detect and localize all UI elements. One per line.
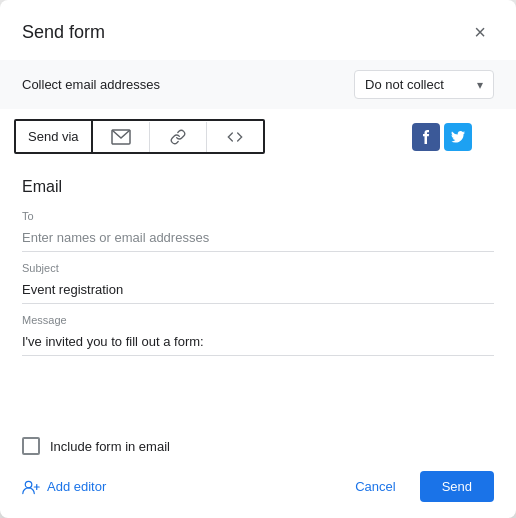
dialog-footer: Add editor Cancel Send [0, 455, 516, 518]
subject-value: Event registration [22, 276, 494, 304]
subject-label: Subject [22, 262, 494, 274]
collect-email-select-value: Do not collect [365, 77, 444, 92]
to-field-group: To [22, 210, 494, 252]
twitter-share-button[interactable] [444, 123, 472, 151]
social-icons [412, 123, 472, 151]
dialog-title: Send form [22, 22, 105, 43]
message-label: Message [22, 314, 494, 326]
chevron-down-icon: ▾ [477, 78, 483, 92]
send-form-dialog: Send form × Collect email addresses Do n… [0, 0, 516, 518]
cancel-button[interactable]: Cancel [341, 471, 409, 502]
to-label: To [22, 210, 494, 222]
envelope-icon [111, 129, 131, 145]
dialog-header: Send form × [0, 0, 516, 60]
tab-link[interactable] [150, 122, 207, 152]
facebook-share-button[interactable] [412, 123, 440, 151]
include-form-checkbox[interactable] [22, 437, 40, 455]
twitter-icon [451, 131, 465, 143]
add-editor-label: Add editor [47, 479, 106, 494]
add-editor-button[interactable]: Add editor [22, 479, 106, 495]
send-via-section: Send via [0, 109, 516, 164]
collect-email-select[interactable]: Do not collect ▾ [354, 70, 494, 99]
send-via-label: Send via [16, 121, 93, 152]
collect-email-bar: Collect email addresses Do not collect ▾ [0, 60, 516, 109]
subject-field-group: Subject Event registration [22, 262, 494, 304]
svg-point-1 [25, 481, 32, 488]
email-section: Email To Subject Event registration Mess… [0, 164, 516, 419]
link-icon [168, 129, 188, 145]
message-field-group: Message I've invited you to fill out a f… [22, 314, 494, 356]
tab-embed[interactable] [207, 122, 263, 152]
message-value: I've invited you to fill out a form: [22, 328, 494, 356]
add-person-icon [22, 479, 40, 495]
to-input[interactable] [22, 224, 494, 252]
email-section-title: Email [22, 178, 494, 196]
collect-email-label: Collect email addresses [22, 77, 160, 92]
include-form-row: Include form in email [0, 419, 516, 455]
include-form-label: Include form in email [50, 439, 170, 454]
facebook-icon [419, 130, 433, 144]
send-button[interactable]: Send [420, 471, 494, 502]
send-via-tabs: Send via [14, 119, 265, 154]
tab-email[interactable] [93, 122, 150, 152]
close-button[interactable]: × [466, 18, 494, 46]
embed-icon [225, 129, 245, 145]
footer-actions: Cancel Send [341, 471, 494, 502]
